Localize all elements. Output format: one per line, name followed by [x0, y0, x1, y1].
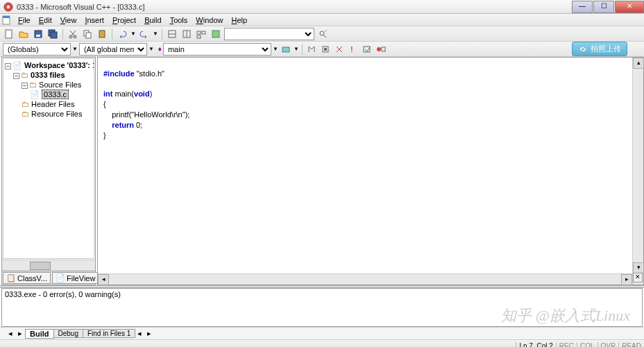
svg-rect-33 — [382, 47, 385, 51]
status-rec: REC — [556, 342, 577, 347]
title-bar: 0333 - Microsoft Visual C++ - [0333.c] —… — [0, 0, 644, 14]
redo-drop-icon[interactable]: ▼ — [153, 31, 158, 37]
tab-debug[interactable]: Debug — [53, 329, 83, 338]
paste-icon[interactable] — [96, 28, 108, 40]
classview-tab[interactable]: 📋ClassV... — [3, 272, 51, 284]
undo-icon[interactable] — [116, 28, 128, 40]
scroll-left-icon[interactable]: ◂ — [98, 274, 109, 285]
svg-rect-4 — [6, 30, 12, 38]
svg-line-24 — [323, 35, 326, 37]
workspace-icon[interactable] — [166, 28, 178, 40]
svg-rect-19 — [197, 31, 201, 34]
members-combo[interactable]: (All global members — [79, 43, 147, 56]
breakpoint-icon[interactable] — [375, 43, 387, 56]
standard-toolbar: ▼ ▼ — [0, 26, 644, 42]
wizard-bar: (Globals) ▼ (All global members ▼ ♦ main… — [0, 42, 644, 57]
svg-rect-12 — [86, 33, 91, 38]
wiz-action-icon[interactable] — [280, 43, 292, 56]
func-icon: ♦ — [158, 45, 162, 53]
compile-icon[interactable] — [305, 43, 318, 56]
svg-rect-6 — [36, 35, 40, 37]
tab-build[interactable]: Build — [25, 329, 54, 339]
menu-help[interactable]: Help — [227, 16, 251, 24]
status-bar: Ln 7, Col 2 REC COL OVR READ — [0, 339, 644, 347]
output-window-icon[interactable] — [180, 28, 193, 40]
stop-build-icon[interactable] — [333, 43, 346, 56]
status-read: READ — [618, 342, 644, 347]
menu-tools[interactable]: Tools — [166, 16, 192, 24]
menu-build[interactable]: Build — [140, 16, 165, 24]
tab-next-icon[interactable]: ▸ — [15, 329, 25, 338]
svg-rect-8 — [51, 32, 57, 38]
save-icon[interactable] — [32, 28, 44, 40]
editor-scroll-h[interactable]: ◂ ▸ — [98, 273, 632, 285]
build-icon[interactable] — [319, 43, 332, 56]
svg-rect-3 — [3, 16, 10, 18]
svg-rect-13 — [99, 31, 105, 37]
menu-edit[interactable]: Edit — [35, 16, 56, 24]
output-tabs: ◂ ▸ Build Debug Find in Files 1 ◂ ▸ — [0, 327, 644, 339]
svg-text:!: ! — [350, 45, 353, 53]
copy-icon[interactable] — [81, 28, 94, 40]
link-icon — [578, 44, 588, 54]
svg-rect-25 — [282, 47, 289, 52]
new-file-icon[interactable] — [3, 28, 15, 40]
workspace-panel: −📄 Workspace '0333': 1 pr −🗀 0333 files … — [1, 57, 96, 285]
window-list-icon[interactable] — [195, 28, 207, 40]
status-cursor-pos: Ln 7, Col 2 — [516, 342, 555, 347]
minimize-button[interactable]: — — [572, 1, 593, 13]
window-title: 0333 - Microsoft Visual C++ - [0333.c] — [17, 3, 571, 11]
svg-rect-27 — [324, 48, 327, 51]
svg-rect-14 — [101, 30, 103, 31]
menu-project[interactable]: Project — [108, 16, 140, 24]
output-close-icon[interactable]: ✕ — [633, 273, 643, 282]
find-combo[interactable] — [224, 28, 314, 40]
svg-point-1 — [7, 6, 10, 8]
scroll-down-icon[interactable]: ▾ — [633, 262, 644, 273]
function-combo[interactable]: main — [163, 43, 271, 56]
editor-scroll-v[interactable]: ▴ ▾ — [632, 58, 643, 285]
output-text: 0333.exe - 0 error(s), 0 warning(s) — [5, 290, 639, 298]
find-icon[interactable] — [316, 28, 329, 40]
tab-prev-icon[interactable]: ◂ — [6, 329, 15, 338]
open-icon[interactable] — [17, 28, 30, 40]
execute-icon[interactable]: ! — [347, 43, 359, 56]
svg-point-32 — [377, 47, 381, 51]
scroll-up-icon[interactable]: ▴ — [633, 58, 644, 69]
code-editor[interactable]: #include "stdio.h" int main(void) { prin… — [97, 57, 644, 285]
file-tree[interactable]: −📄 Workspace '0333': 1 pr −🗀 0333 files … — [3, 58, 94, 259]
cut-icon[interactable] — [67, 28, 79, 40]
scope-combo[interactable]: (Globals) — [3, 43, 71, 56]
go-icon[interactable] — [361, 43, 373, 56]
tab-find[interactable]: Find in Files 1 — [83, 329, 135, 338]
redo-icon[interactable] — [138, 28, 151, 40]
svg-rect-20 — [202, 31, 205, 34]
maximize-button[interactable]: ☐ — [593, 1, 614, 13]
output-pane[interactable]: 0333.exe - 0 error(s), 0 warning(s) — [1, 288, 643, 327]
tree-file-selected[interactable]: 📄 0333.c — [5, 90, 92, 99]
doc-icon[interactable] — [1, 15, 11, 25]
fileview-tab[interactable]: 📄FileView — [52, 272, 99, 284]
app-icon — [3, 1, 14, 12]
menu-file[interactable]: File — [14, 16, 35, 24]
ext-icon[interactable] — [210, 28, 222, 40]
status-ovr: OVR — [598, 342, 619, 347]
svg-rect-21 — [197, 35, 201, 38]
status-col: COL — [577, 342, 598, 347]
menu-window[interactable]: Window — [192, 16, 227, 24]
save-all-icon[interactable] — [46, 28, 59, 40]
upload-button[interactable]: 拍照上传 — [572, 42, 627, 56]
scroll-right-icon[interactable]: ▸ — [621, 274, 632, 285]
undo-drop-icon[interactable]: ▼ — [130, 31, 136, 37]
menu-bar: File Edit View Insert Project Build Tool… — [0, 14, 644, 26]
tree-scroll-h[interactable] — [2, 260, 95, 271]
close-button[interactable]: ✕ — [615, 1, 644, 13]
menu-view[interactable]: View — [56, 16, 81, 24]
svg-rect-22 — [212, 31, 219, 37]
menu-insert[interactable]: Insert — [80, 16, 108, 24]
